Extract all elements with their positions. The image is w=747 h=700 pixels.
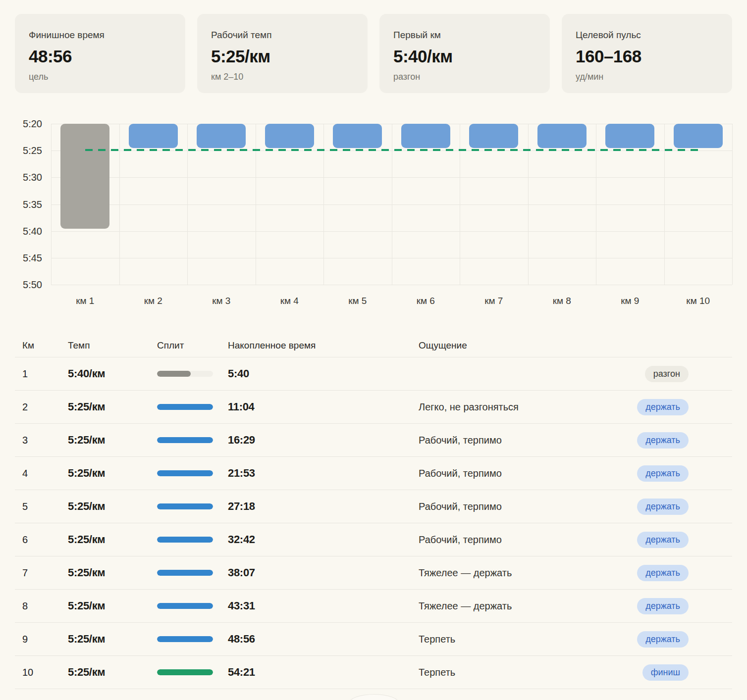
x-tick-label: км 2 <box>144 296 162 306</box>
x-tick-label: км 9 <box>621 296 639 306</box>
table-row-km-2: 25:25/км11:04Легко, не разгонятьсядержат… <box>15 391 732 424</box>
cell-feeling: Тяжелее — держать <box>419 567 609 579</box>
cell-km: 4 <box>22 468 68 479</box>
cell-km: 8 <box>22 600 68 612</box>
split-bar-track <box>157 570 213 576</box>
x-tick-label: км 10 <box>686 296 710 306</box>
chart-bar-км-7 <box>469 124 518 148</box>
v-gridline <box>528 124 529 285</box>
split-bar-track <box>157 371 213 377</box>
split-bar-fill <box>157 570 213 576</box>
h-gridline <box>51 285 732 285</box>
x-tick-label: км 5 <box>348 296 367 306</box>
x-tick-label: км 7 <box>484 296 503 306</box>
badge-держать: держать <box>637 432 689 449</box>
table-row-km-8: 85:25/км43:31Тяжелее — держатьдержать <box>15 590 732 623</box>
stat-subtitle: км 2–10 <box>211 72 354 82</box>
cell-cumulative-time: 11:04 <box>228 400 419 413</box>
cell-pace: 5:25/км <box>68 500 157 513</box>
split-bar-track <box>157 636 213 642</box>
stat-value: 5:25/км <box>211 47 354 66</box>
cell-split <box>157 537 228 543</box>
v-gridline <box>119 124 120 285</box>
table-row-km-10: 105:25/км54:21Терпетьфиниш <box>15 656 732 689</box>
cell-cumulative-time: 48:56 <box>228 633 419 646</box>
cell-feeling: Рабочий, терпимо <box>419 435 609 446</box>
split-bar-track <box>157 537 213 543</box>
cell-badge: держать <box>637 565 732 581</box>
cell-feeling: Рабочий, терпимо <box>419 534 609 546</box>
table-row-km-7: 75:25/км38:07Тяжелее — держатьдержать <box>15 556 732 590</box>
y-tick-label: 5:25 <box>15 145 42 156</box>
table-body: 15:40/км5:40разгон25:25/км11:04Легко, не… <box>15 357 732 689</box>
y-tick-label: 5:20 <box>15 118 42 130</box>
split-bar-track <box>157 470 213 476</box>
table-row-km-5: 55:25/км27:18Рабочий, терпимодержать <box>15 490 732 523</box>
header-split: Сплит <box>157 340 228 351</box>
cell-cumulative-time: 38:07 <box>228 566 419 579</box>
cell-split <box>157 669 228 675</box>
split-bar-fill <box>157 404 213 410</box>
split-bar-fill <box>157 537 213 543</box>
y-tick-label: 5:50 <box>15 279 42 291</box>
badge-финиш: финиш <box>642 664 689 681</box>
split-bar-fill <box>157 503 213 509</box>
header-km: Км <box>22 340 68 351</box>
cell-feeling: Терпеть <box>419 634 609 645</box>
stat-subtitle: уд/мин <box>576 72 718 82</box>
split-bar-fill <box>157 669 213 675</box>
pace-chart: 5:205:255:305:355:405:455:50 км 1км 2км … <box>15 124 732 316</box>
cell-pace: 5:40/км <box>68 367 157 380</box>
cell-split <box>157 470 228 476</box>
badge-держать: держать <box>637 499 689 515</box>
chart-bar-км-4 <box>265 124 314 148</box>
stat-label: Целевой пульс <box>576 30 718 41</box>
stat-label: Финишное время <box>29 30 171 41</box>
cell-km: 1 <box>22 368 68 380</box>
y-tick-label: 5:45 <box>15 252 42 263</box>
split-bar-track <box>157 404 213 410</box>
table-row-km-6: 65:25/км32:42Рабочий, терпимодержать <box>15 523 732 556</box>
v-gridline <box>51 124 52 285</box>
x-tick-label: км 6 <box>417 296 435 306</box>
cell-feeling: Рабочий, терпимо <box>419 468 609 479</box>
split-bar-track <box>157 603 213 609</box>
cell-badge: держать <box>637 465 732 482</box>
cell-pace: 5:25/км <box>68 400 157 413</box>
y-tick-label: 5:35 <box>15 199 42 210</box>
cell-cumulative-time: 16:29 <box>228 434 419 447</box>
chart-bar-км-3 <box>197 124 246 148</box>
cell-badge: держать <box>637 532 732 548</box>
badge-держать: держать <box>637 399 689 415</box>
v-gridline <box>460 124 460 285</box>
chart-bar-км-10 <box>674 124 723 148</box>
stat-value: 5:40/км <box>393 47 536 66</box>
cell-km: 7 <box>22 567 68 579</box>
x-tick-label: км 4 <box>280 296 299 306</box>
split-bar-fill <box>157 437 213 443</box>
cell-pace: 5:25/км <box>68 600 157 612</box>
cell-badge: финиш <box>642 664 732 681</box>
y-tick-label: 5:40 <box>15 225 42 237</box>
bottom-peek-element <box>348 694 400 700</box>
split-bar-track <box>157 503 213 509</box>
chart-bar-км-9 <box>605 124 654 148</box>
x-tick-label: км 8 <box>553 296 571 306</box>
header-pace: Темп <box>68 340 157 351</box>
cell-feeling: Терпеть <box>419 667 609 678</box>
chart-bar-км-5 <box>333 124 382 148</box>
cell-split <box>157 503 228 509</box>
x-tick-label: км 3 <box>212 296 230 306</box>
v-gridline <box>323 124 324 285</box>
table-row-km-9: 95:25/км48:56Терпетьдержать <box>15 623 732 656</box>
badge-держать: держать <box>637 598 689 614</box>
cell-cumulative-time: 21:53 <box>228 467 419 480</box>
splits-table: Км Темп Сплит Накопленное время Ощущение… <box>15 334 732 689</box>
x-tick-label: км 1 <box>76 296 94 306</box>
v-gridline <box>664 124 665 285</box>
chart-bar-км-1 <box>60 124 109 229</box>
chart-bar-км-8 <box>537 124 587 148</box>
cell-badge: держать <box>637 499 732 515</box>
v-gridline <box>256 124 256 285</box>
cell-feeling: Легко, не разгоняться <box>419 401 609 413</box>
